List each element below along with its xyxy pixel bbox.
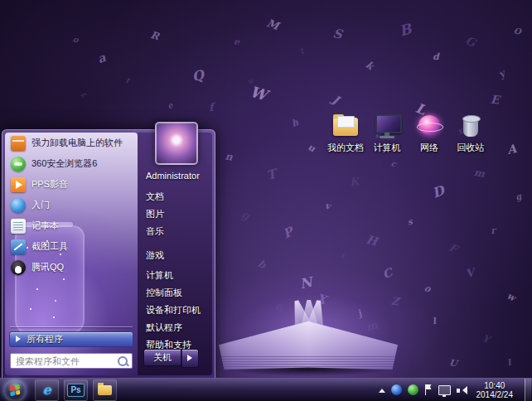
- wallpaper-letter: Y: [481, 332, 491, 345]
- start-menu-link-computer[interactable]: 计算机: [138, 267, 212, 284]
- program-label: 强力卸载电脑上的软件: [31, 137, 123, 149]
- wallpaper-letter: r: [490, 225, 496, 237]
- wallpaper-letter: z: [80, 89, 88, 99]
- program-notepad[interactable]: 记事本: [5, 215, 138, 236]
- wallpaper-letter: s: [407, 216, 414, 226]
- program-label: PPS影音: [31, 178, 68, 191]
- taskbar-clock[interactable]: 10:40 2014/2/24: [472, 381, 518, 399]
- taskbar: e Ps 10:40 2014/2/24: [0, 378, 532, 401]
- wallpaper-letter: g: [240, 208, 252, 222]
- system-tray: 10:40 2014/2/24: [379, 379, 532, 401]
- wallpaper-letter: e: [233, 36, 239, 48]
- program-uninstaller[interactable]: 强力卸载电脑上的软件: [5, 133, 138, 153]
- wallpaper-letter: t: [298, 46, 306, 56]
- shutdown-button[interactable]: 关机: [143, 349, 181, 366]
- wallpaper-letter: S: [331, 26, 343, 42]
- wallpaper-letter: T: [265, 167, 278, 183]
- wallpaper-letter: H: [365, 232, 379, 248]
- program-getting-started[interactable]: 入门: [5, 195, 138, 215]
- start-search-input[interactable]: [10, 353, 133, 369]
- wallpaper-letter: d: [433, 51, 439, 62]
- wallpaper-letter: Q: [191, 67, 206, 85]
- all-programs-label: 所有程序: [27, 333, 63, 345]
- wallpaper-letter: e: [165, 100, 174, 111]
- snipping-tool-icon: [11, 239, 26, 254]
- start-menu-links-panel: Administrator 文档 图片 音乐 游戏 计算机 控制面板 设备和打印…: [138, 133, 212, 375]
- wallpaper-letter: m: [473, 167, 486, 180]
- book-right-page: [308, 318, 398, 370]
- start-button[interactable]: [4, 379, 26, 401]
- program-qq[interactable]: 腾讯QQ: [5, 257, 138, 278]
- wallpaper-letter: i: [340, 250, 346, 260]
- all-programs-button[interactable]: 所有程序: [9, 331, 133, 347]
- wallpaper-letter: U: [448, 357, 458, 369]
- start-menu-link-music[interactable]: 音乐: [138, 223, 212, 240]
- getting-started-icon: [11, 198, 26, 213]
- network-tray-icon[interactable]: [438, 385, 451, 395]
- shutdown-options-arrow[interactable]: [181, 349, 199, 368]
- browser-360-icon: [11, 157, 26, 172]
- wallpaper-letter: c: [390, 158, 398, 168]
- start-menu: 强力卸载电脑上的软件 360安全浏览器6 PPS影音 入门 记事本 截图工具: [2, 129, 215, 378]
- user-name[interactable]: Administrator: [138, 171, 212, 181]
- wallpaper-letter: O: [513, 26, 521, 36]
- open-book-image: [217, 303, 399, 376]
- start-menu-link-pictures[interactable]: 图片: [138, 205, 212, 223]
- network-icon: [415, 113, 443, 139]
- qq-icon: [11, 260, 26, 275]
- wallpaper-letter: a: [96, 51, 108, 65]
- desktop-icon-computer[interactable]: 计算机: [363, 113, 411, 154]
- tray-app-icon-green[interactable]: [408, 384, 418, 395]
- volume-icon[interactable]: [457, 385, 467, 395]
- taskbar-photoshop-button[interactable]: Ps: [64, 379, 88, 401]
- wallpaper-letter: D: [430, 182, 447, 201]
- program-snipping-tool[interactable]: 截图工具: [5, 236, 138, 257]
- hidden-icons-arrow[interactable]: [379, 385, 385, 393]
- program-label: 截图工具: [31, 240, 68, 253]
- wallpaper-letter: g: [514, 191, 522, 202]
- start-menu-programs-panel: 强力卸载电脑上的软件 360安全浏览器6 PPS影音 入门 记事本 截图工具: [5, 133, 138, 375]
- wallpaper-letter: M: [265, 17, 281, 32]
- wallpaper-letter: f: [208, 101, 214, 114]
- start-menu-separator: [10, 326, 133, 327]
- start-menu-link-devices-printers[interactable]: 设备和打印机: [138, 302, 212, 319]
- tray-app-icon-blue[interactable]: [391, 384, 402, 395]
- search-icon: [118, 356, 128, 366]
- program-label: 记事本: [31, 220, 59, 232]
- wallpaper-letter: J: [330, 92, 341, 106]
- wallpaper-letter: R: [149, 29, 160, 42]
- wallpaper-letter: a: [246, 75, 255, 85]
- action-center-flag-icon[interactable]: [424, 384, 433, 395]
- start-menu-link-control-panel[interactable]: 控制面板: [138, 284, 212, 302]
- wallpaper-letter: h: [290, 117, 300, 129]
- wallpaper-letter: b: [256, 258, 268, 271]
- show-desktop-button[interactable]: [525, 379, 531, 401]
- photoshop-icon: Ps: [67, 384, 84, 397]
- desktop-icon-recycle-bin[interactable]: 回收站: [447, 113, 495, 154]
- user-avatar[interactable]: [155, 122, 198, 165]
- program-pps-player[interactable]: PPS影音: [5, 174, 138, 195]
- windows-flag-icon: [10, 384, 21, 395]
- wallpaper-letter: t: [124, 76, 131, 85]
- start-menu-link-games[interactable]: 游戏: [138, 247, 212, 264]
- pps-player-icon: [11, 177, 26, 192]
- wallpaper-letter: v: [324, 200, 331, 212]
- wallpaper-letter: u: [307, 142, 317, 154]
- wallpaper-letter: A: [505, 142, 517, 157]
- wallpaper-letter: w: [505, 291, 517, 304]
- taskbar-ie-button[interactable]: e: [35, 379, 59, 401]
- wallpaper-letter: y: [496, 67, 507, 80]
- explorer-folder-icon: [98, 385, 112, 395]
- desktop-icon-label: 计算机: [363, 142, 411, 154]
- program-360-browser[interactable]: 360安全浏览器6: [5, 153, 138, 174]
- ie-icon: e: [42, 384, 51, 397]
- wallpaper-letter: E: [490, 92, 500, 106]
- taskbar-explorer-button[interactable]: [93, 379, 117, 401]
- wallpaper-letter: n: [225, 150, 234, 162]
- start-menu-link-default-programs[interactable]: 默认程序: [138, 319, 212, 336]
- uninstaller-icon: [11, 136, 26, 151]
- notepad-icon: [11, 219, 26, 234]
- start-menu-link-documents[interactable]: 文档: [138, 188, 212, 205]
- wallpaper-letter: B: [398, 20, 414, 39]
- desktop: oatRzeQeMtSkBdGyOfWahJpLxEnTuKcDmAgPvHsF…: [0, 0, 532, 401]
